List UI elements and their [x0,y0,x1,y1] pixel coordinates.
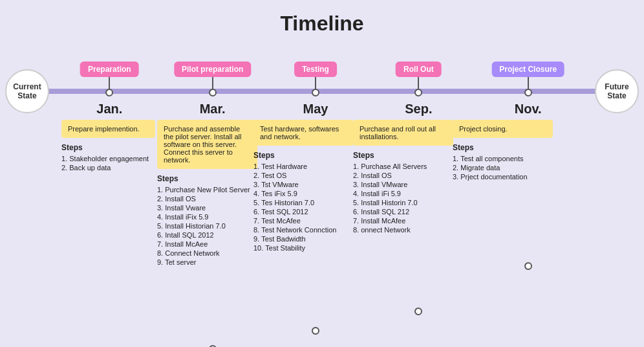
step-item: Stakeholder engagement [61,155,155,162]
steps-list-preparation: Stakeholder engagement Back up data [61,155,155,172]
steps-title-rollout: Steps [353,151,453,160]
step-item: Tes Historian 7.0 [253,199,354,207]
month-rollout: Sep. [405,102,432,117]
content-closure: Project closing. Steps Test all componen… [453,120,553,182]
phase-badge-preparation: Preparation [80,62,139,77]
step-item: Test McAfee [253,217,354,225]
current-state-circle: CurrentState [5,69,49,113]
step-item: Tst VMware [253,181,354,188]
content-testing: Test hardware, softwares and network. St… [253,120,354,253]
step-item: Intall SQL 2012 [157,231,257,239]
step-item: Back up data [61,164,155,172]
step-item: Install OS [353,172,453,179]
note-pilot: Purchase and assemble the pilot server. … [157,120,257,169]
phase-badge-testing: Testing [294,62,337,77]
step-item: Test SQL 2012 [253,208,354,216]
step-item: Test all components [453,155,553,162]
steps-list-testing: Test Hardware Test OS Tst VMware Tes iFi… [253,162,354,252]
step-item: Connect Network [157,249,257,257]
timeline-area: CurrentState FutureState Preparation Jan… [0,49,644,320]
dot-closure-bottom [524,262,532,270]
note-preparation: Prepare implemention. [61,120,155,138]
step-item: onnect Network [353,226,453,234]
step-item: Install Vware [157,204,257,212]
step-item: Test OS [253,172,354,179]
month-closure: Nov. [515,102,542,117]
step-item: Prject documentation [453,173,553,181]
dot-pilot [209,89,217,96]
dot-testing-bottom [312,327,319,335]
step-item: Install OS [157,195,257,203]
steps-title-closure: Steps [453,143,553,152]
step-item: Test Badwidth [253,235,354,243]
month-pilot: Mar. [200,102,226,117]
steps-list-closure: Test all components Migrate data Prject … [453,155,553,181]
content-preparation: Prepare implemention. Steps Stakeholder … [61,120,155,173]
page-title: Timeline [0,0,644,42]
steps-title-preparation: Steps [61,143,155,152]
note-rollout: Purchase and roll out all installations. [353,120,453,146]
dot-rollout-bottom [414,308,422,315]
dot-rollout [414,89,422,96]
step-item: Purchase All Servers [353,162,453,170]
step-item: Install McAfee [353,217,453,225]
step-item: Install SQL 212 [353,208,453,216]
step-item: Test Network Connction [253,226,354,234]
dot-closure [524,89,532,96]
step-item: Install iFix 5.9 [157,213,257,221]
dot-testing [312,89,319,96]
step-item: Install VMware [353,181,453,188]
dot-preparation [105,89,113,96]
steps-title-pilot: Steps [157,174,257,183]
note-closure: Project closing. [453,120,553,138]
phase-badge-closure: Project Closure [491,62,564,77]
step-item: Install Historian 7.0 [157,222,257,230]
note-testing: Test hardware, softwares and network. [253,120,354,146]
step-item: Install Historin 7.0 [353,199,453,207]
step-item: Tet server [157,258,257,266]
phase-badge-pilot: Pilot preparation [174,62,251,77]
step-item: Test Hardware [253,162,354,170]
steps-list-rollout: Purchase All Servers Install OS Install … [353,162,453,234]
steps-title-testing: Steps [253,151,354,160]
month-preparation: Jan. [96,102,122,117]
step-item: Test Stability [253,244,354,252]
future-state-circle: FutureState [595,69,639,113]
step-item: Install McAee [157,240,257,248]
steps-list-pilot: Purchase New Pilot Server Install OS Ins… [157,186,257,266]
phase-badge-rollout: Roll Out [396,62,442,77]
content-rollout: Purchase and roll out all installations.… [353,120,453,235]
step-item: Purchase New Pilot Server [157,186,257,194]
step-item: Install iFi 5.9 [353,190,453,197]
step-item: Tes iFix 5.9 [253,190,354,197]
month-testing: May [303,102,328,117]
step-item: Migrate data [453,164,553,172]
content-pilot: Purchase and assemble the pilot server. … [157,120,257,267]
